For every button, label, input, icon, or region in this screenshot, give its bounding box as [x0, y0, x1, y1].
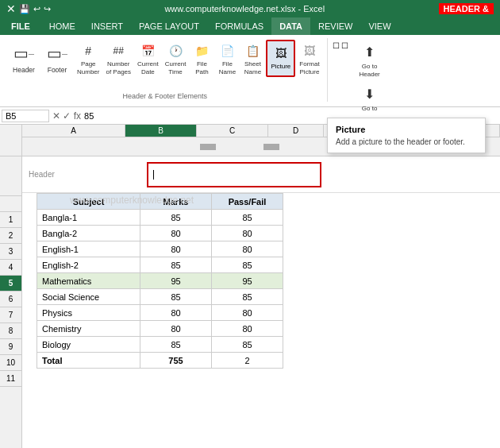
cell-reference-box[interactable] [2, 110, 49, 122]
total-passfail[interactable]: 2 [212, 353, 283, 369]
passfail-cell[interactable]: 85 [212, 289, 283, 305]
subject-cell[interactable]: English-2 [37, 257, 140, 273]
marks-cell[interactable]: 80 [140, 321, 212, 337]
formula-icons: ✕ ✓ fx [52, 110, 81, 122]
number-of-pages-button[interactable]: ## Numberof Pages [103, 40, 133, 77]
marks-cell[interactable]: 80 [140, 226, 212, 241]
table-row: Bangla-1 85 85 [37, 210, 283, 226]
file-name-button[interactable]: 📄 FileName [215, 40, 239, 77]
table-row: Bangla-2 80 80 [37, 226, 283, 241]
marks-cell[interactable]: 80 [140, 241, 212, 257]
marks-cell[interactable]: 95 [140, 273, 212, 289]
title-bar-left: ✕ 💾 ↩ ↪ [6, 2, 51, 15]
menu-review[interactable]: REVIEW [310, 17, 360, 35]
menu-insert[interactable]: INSERT [83, 17, 131, 35]
col-header-A: A [22, 125, 125, 137]
goto-header-button[interactable]: ⬆ Go toHeader [353, 38, 387, 80]
menu-bar: FILE HOME INSERT PAGE LAYOUT FORMULAS DA… [0, 17, 500, 35]
quick-access-save[interactable]: 💾 [19, 4, 30, 14]
total-marks[interactable]: 755 [140, 353, 212, 369]
subject-cell[interactable]: Bangla-1 [37, 210, 140, 226]
file-path-button[interactable]: 📁 FilePath [190, 40, 213, 77]
header-icon: ▭— [11, 41, 37, 66]
goto-header-label: Go toHeader [360, 63, 380, 78]
tooltip-description: Add a picture to the header or footer. [336, 137, 477, 146]
footer-button[interactable]: ▭— Footer [41, 38, 73, 76]
quick-access-undo[interactable]: ↩ [33, 4, 40, 14]
col-header-D: D [268, 125, 324, 137]
header-input-box[interactable] [147, 162, 321, 187]
passfail-cell[interactable]: 80 [212, 321, 283, 337]
table-row-highlighted: Mathematics 95 95 [37, 273, 283, 289]
header-section: Header [22, 156, 500, 193]
row-num-8: 8 [0, 323, 21, 339]
format-picture-button[interactable]: 🖼 FormatPicture [297, 40, 321, 77]
marks-cell[interactable]: 85 [140, 257, 212, 273]
row-num-5: 5 [0, 276, 21, 292]
header-section-label: Header [29, 170, 55, 179]
checkbox1[interactable]: ☐ [333, 41, 340, 50]
picture-button[interactable]: 🖼 Picture [266, 40, 295, 77]
subject-cell[interactable]: Mathematics [37, 273, 140, 289]
current-date-button[interactable]: 📅 CurrentDate [135, 40, 161, 77]
ruler-marker-2 [263, 144, 279, 150]
row-num-11: 11 [0, 371, 21, 387]
menu-file[interactable]: FILE [0, 17, 41, 35]
subject-cell[interactable]: Physics [37, 305, 140, 321]
small-buttons-group: # PageNumber ## Numberof Pages 📅 Current… [75, 40, 322, 77]
sheet-content: A B C D E Header www.computerknowledge.n… [22, 125, 500, 448]
subject-cell[interactable]: Bangla-2 [37, 226, 140, 241]
menu-view[interactable]: VIEW [360, 17, 398, 35]
file-path-icon: 📁 [192, 41, 211, 60]
marks-cell[interactable]: 85 [140, 337, 212, 353]
passfail-cell[interactable]: 85 [212, 337, 283, 353]
subject-cell[interactable]: Chemistry [37, 321, 140, 337]
marks-cell[interactable]: 85 [140, 289, 212, 305]
row-num-6: 6 [0, 292, 21, 307]
passfail-cell[interactable]: 80 [212, 241, 283, 257]
quick-access-redo[interactable]: ↪ [44, 4, 51, 14]
footer-icon: ▭— [44, 41, 70, 66]
passfail-cell[interactable]: 95 [212, 273, 283, 289]
passfail-cell[interactable]: 80 [212, 226, 283, 241]
marks-cell[interactable]: 80 [140, 305, 212, 321]
title-bar: ✕ 💾 ↩ ↪ www.computerknowledge.net.xlsx -… [0, 0, 500, 17]
passfail-cell[interactable]: 85 [212, 257, 283, 273]
header-button[interactable]: ▭— Header [8, 38, 40, 76]
passfail-cell[interactable]: 85 [212, 210, 283, 226]
picture-icon: 🖼 [271, 44, 290, 63]
menu-formulas[interactable]: FORMULAS [207, 17, 271, 35]
menu-data[interactable]: DATA [271, 17, 310, 35]
menu-home[interactable]: HOME [41, 17, 83, 35]
title-bar-filename: www.computerknowledge.net.xlsx - Excel [51, 4, 439, 14]
header-label: Header [13, 66, 35, 74]
page-number-button[interactable]: # PageNumber [75, 40, 102, 77]
checkbox2[interactable]: ☐ [341, 41, 348, 50]
subject-cell[interactable]: English-1 [37, 241, 140, 257]
row-num-2: 2 [0, 228, 21, 244]
ribbon-group-header-footer: ▭— Header ▭— Footer # PageNumber [3, 38, 328, 102]
file-path-label: FilePath [195, 60, 208, 75]
goto-footer-icon: ⬇ [358, 83, 382, 105]
passfail-cell[interactable]: 80 [212, 305, 283, 321]
table-row: Chemistry 80 80 [37, 321, 283, 337]
row-num-header [0, 196, 21, 212]
picture-label: Picture [271, 63, 290, 71]
total-label[interactable]: Total [37, 353, 140, 369]
table-row: Biology 85 85 [37, 337, 283, 353]
col-header-B: B [125, 125, 197, 137]
current-time-button[interactable]: 🕐 CurrentTime [163, 40, 189, 77]
row-num-10: 10 [0, 355, 21, 371]
file-name-icon: 📄 [217, 41, 237, 60]
marks-cell[interactable]: 85 [140, 210, 212, 226]
subject-cell[interactable]: Social Science [37, 289, 140, 305]
sheet-name-button[interactable]: 📋 SheetName [240, 40, 264, 77]
row-numbers-column: 1 2 3 4 5 6 7 8 9 10 11 [0, 125, 22, 448]
sheet-name-icon: 📋 [243, 41, 262, 60]
table-row-total: Total 755 2 [37, 353, 283, 369]
subject-cell[interactable]: Biology [37, 337, 140, 353]
format-picture-label: FormatPicture [299, 60, 319, 75]
menu-page-layout[interactable]: PAGE LAYOUT [131, 17, 207, 35]
page-number-icon: # [79, 41, 98, 60]
current-time-icon: 🕐 [166, 41, 185, 60]
